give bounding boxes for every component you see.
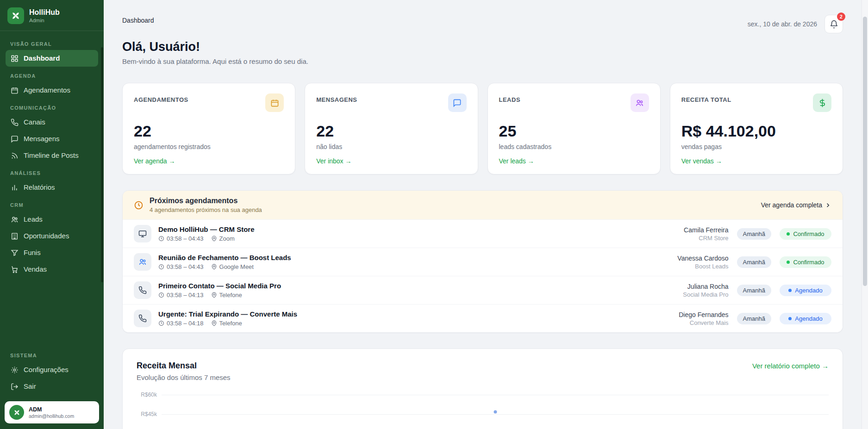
sidebar-item-sair[interactable]: Sair (6, 378, 98, 395)
appointment-row[interactable]: Primeiro Contato — Social Media Pro 03:5… (123, 276, 843, 304)
clock-icon (158, 292, 164, 298)
chart-data-point (493, 410, 497, 414)
sidebar-item-label: Relatórios (24, 183, 55, 192)
dollar-icon (813, 93, 831, 112)
appointment-row[interactable]: Urgente: Trial Expirando — Converte Mais… (123, 304, 843, 332)
sidebar-item-label: Oportunidades (24, 232, 69, 240)
breadcrumb: Dashboard (122, 15, 154, 24)
section-label-visao-geral: VISÃO GERAL (10, 41, 94, 47)
revenue-chart: R$60k R$45k R$30k (137, 392, 829, 429)
feed-icon (11, 152, 19, 160)
welcome-block: Olá, Usuário! Bem-vindo à sua plataforma… (122, 40, 843, 65)
when-badge: Amanhã (737, 228, 771, 240)
contact-name: Camila Ferreira (655, 226, 729, 234)
contact-company: Social Media Pro (655, 291, 729, 298)
clock-icon (158, 264, 164, 270)
status-badge: Agendado (780, 313, 831, 324)
sidebar: HolliHub Admin VISÃO GERAL Dashboard AGE… (0, 0, 104, 429)
ver-leads-link[interactable]: Ver leads → (499, 157, 649, 165)
stat-caption: leads cadastrados (499, 143, 649, 150)
building-icon (11, 232, 19, 240)
gridline (162, 414, 829, 415)
bar-chart-icon (11, 184, 19, 192)
brand: HolliHub Admin (0, 0, 104, 31)
appointment-row[interactable]: Demo HolliHub — CRM Store 03:58 – 04:43 … (123, 219, 843, 248)
section-label-comunicacao: COMUNICAÇÃO (10, 105, 94, 111)
stat-card-leads: LEADS 25 leads cadastrados Ver leads → (487, 83, 661, 174)
appointment-title: Reunião de Fechamento — Boost Leads (158, 254, 648, 261)
when-badge: Amanhã (737, 313, 771, 324)
clock-icon (158, 236, 164, 242)
appointment-title: Demo HolliHub — CRM Store (158, 225, 648, 233)
stat-value: 22 (134, 122, 284, 140)
notifications-button[interactable]: 2 (824, 15, 843, 33)
stat-card-receita-total: RECEITA TOTAL R$ 44.102,00 vendas pagas … (670, 83, 843, 174)
sidebar-item-configuracoes[interactable]: Configurações (6, 361, 98, 378)
sidebar-item-agendamentos[interactable]: Agendamentos (6, 82, 98, 99)
ver-vendas-link[interactable]: Ver vendas → (681, 157, 831, 165)
sidebar-item-mensagens[interactable]: Mensagens (6, 131, 98, 147)
sidebar-item-timeline-de-posts[interactable]: Timeline de Posts (6, 147, 98, 164)
ver-inbox-link[interactable]: Ver inbox → (316, 157, 466, 165)
sidebar-item-canais[interactable]: Canais (6, 114, 98, 131)
sidebar-item-leads[interactable]: Leads (6, 211, 98, 228)
section-label-crm: CRM (10, 202, 94, 208)
appointment-channel: Google Meet (219, 263, 254, 270)
user-card[interactable]: ADM admin@hollihub.com (5, 401, 99, 423)
appointment-time: 03:58 – 04:13 (167, 292, 204, 298)
status-dot (788, 317, 792, 320)
link-label: Ver agenda completa (761, 201, 822, 209)
monitor-icon (134, 225, 151, 242)
users-icon (11, 216, 19, 224)
clock-icon (158, 320, 164, 326)
appointments-panel: Próximos agendamentos 4 agendamentos pró… (122, 190, 843, 333)
clock-alert-icon (134, 200, 144, 210)
section-label-analises: ANÁLISES (10, 170, 94, 176)
pin-icon (211, 320, 217, 326)
appointment-channel: Telefone (219, 292, 242, 298)
appointments-header: Próximos agendamentos 4 agendamentos pró… (123, 191, 843, 219)
sidebar-item-funis[interactable]: Funis (6, 244, 98, 261)
vertical-scrollbar-thumb[interactable] (863, 17, 867, 286)
sidebar-scrollbar-thumb[interactable] (101, 47, 103, 282)
ver-agenda-link[interactable]: Ver agenda → (134, 157, 284, 165)
sidebar-item-label: Mensagens (24, 135, 60, 143)
app-logo-icon (7, 7, 24, 24)
ver-relatorio-completo-link[interactable]: Ver relatório completo → (752, 361, 829, 370)
sidebar-item-oportunidades[interactable]: Oportunidades (6, 228, 98, 244)
gear-icon (11, 366, 19, 374)
sidebar-item-dashboard[interactable]: Dashboard (6, 50, 98, 67)
sidebar-item-label: Configurações (24, 366, 69, 374)
app-name: HolliHub (29, 8, 60, 17)
sidebar-item-vendas[interactable]: Vendas (6, 261, 98, 278)
appointment-row[interactable]: Reunião de Fechamento — Boost Leads 03:5… (123, 248, 843, 276)
stat-label: MENSAGENS (316, 93, 357, 103)
contact-company: CRM Store (655, 235, 729, 242)
appointment-time: 03:58 – 04:43 (167, 235, 204, 242)
main-content: Dashboard sex., 10 de abr. de 2026 2 Olá… (104, 0, 868, 429)
app-role: Admin (29, 18, 60, 23)
chat-icon (448, 93, 467, 112)
page-subtitle: Bem-vindo à sua plataforma. Aqui está o … (122, 57, 843, 65)
stat-value: R$ 44.102,00 (681, 122, 831, 140)
appointment-title: Primeiro Contato — Social Media Pro (158, 282, 648, 290)
status-dot (788, 289, 792, 292)
appointment-time: 03:58 – 04:43 (167, 263, 204, 270)
status-dot (787, 261, 790, 264)
calendar-icon (11, 87, 19, 94)
sidebar-item-relatorios[interactable]: Relatórios (6, 179, 98, 196)
contact-name: Vanessa Cardoso (655, 255, 729, 262)
page-title: Olá, Usuário! (122, 40, 843, 54)
avatar (9, 405, 24, 420)
pin-icon (211, 292, 217, 298)
appointment-time: 03:58 – 04:18 (167, 320, 204, 327)
cart-icon (11, 266, 19, 274)
stat-label: AGENDAMENTOS (134, 93, 188, 103)
notifications-badge: 2 (837, 12, 845, 21)
current-date: sex., 10 de abr. de 2026 (748, 20, 817, 28)
status-badge: Confirmado (780, 256, 831, 268)
ver-agenda-completa-link[interactable]: Ver agenda completa (761, 201, 831, 209)
revenue-title: Receita Mensal (137, 361, 231, 371)
sidebar-item-label: Vendas (24, 265, 47, 274)
stat-value: 25 (499, 122, 649, 140)
